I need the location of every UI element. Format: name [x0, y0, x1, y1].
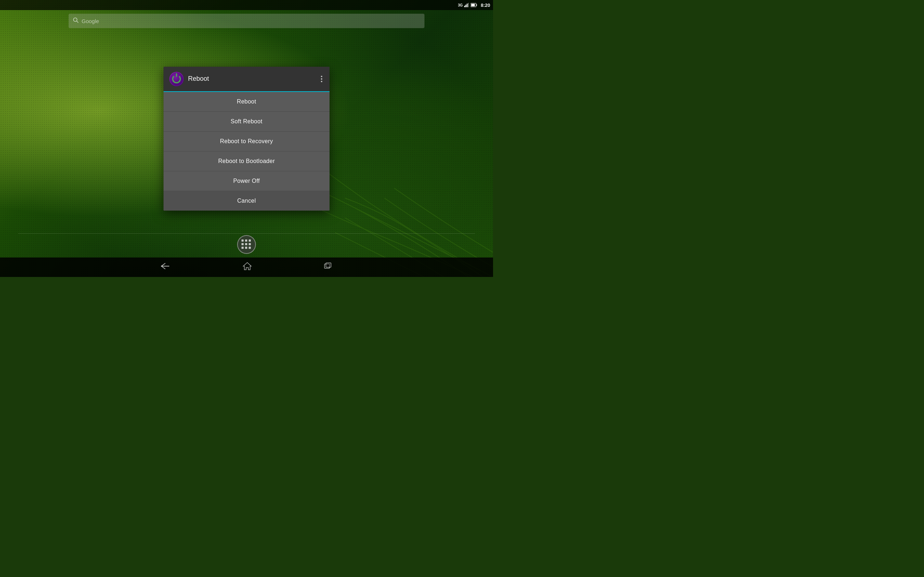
- back-button[interactable]: [160, 262, 170, 272]
- more-dot-1: [321, 76, 322, 77]
- menu-item-cancel[interactable]: Cancel: [163, 191, 330, 211]
- home-button[interactable]: [242, 262, 252, 272]
- menu-item-power-off[interactable]: Power Off: [163, 171, 330, 191]
- status-bar: 3G 8:20: [0, 0, 493, 10]
- signal-icon: [464, 3, 469, 7]
- dialog-header: Reboot: [163, 67, 330, 92]
- dialog-overlay: Reboot Reboot Soft Reboot Reboot to Reco…: [0, 0, 493, 277]
- menu-item-reboot-bootloader[interactable]: Reboot to Bootloader: [163, 152, 330, 171]
- more-options-button[interactable]: [320, 74, 324, 84]
- nav-bar: [0, 258, 493, 277]
- network-type: 3G: [458, 3, 463, 7]
- dialog-title-group: Reboot: [169, 72, 209, 86]
- menu-item-reboot-recovery[interactable]: Reboot to Recovery: [163, 132, 330, 152]
- svg-rect-1: [465, 5, 466, 7]
- dialog-title: Reboot: [188, 75, 209, 82]
- more-dot-3: [321, 81, 322, 82]
- app-icon-inner: [170, 73, 183, 85]
- svg-rect-11: [326, 263, 331, 267]
- svg-rect-2: [467, 3, 468, 7]
- svg-rect-0: [464, 6, 465, 7]
- svg-rect-6: [471, 4, 475, 6]
- menu-item-soft-reboot[interactable]: Soft Reboot: [163, 112, 330, 132]
- svg-rect-3: [468, 3, 469, 7]
- status-icons: 3G 8:20: [458, 3, 490, 8]
- app-icon: [169, 72, 184, 86]
- power-stem-icon: [176, 73, 177, 77]
- menu-item-reboot[interactable]: Reboot: [163, 92, 330, 112]
- svg-rect-5: [476, 4, 477, 6]
- reboot-dialog: Reboot Reboot Soft Reboot Reboot to Reco…: [163, 67, 330, 211]
- status-time: 8:20: [481, 3, 490, 8]
- recent-apps-button[interactable]: [324, 262, 333, 272]
- battery-icon: [471, 3, 477, 7]
- more-dot-2: [321, 78, 322, 80]
